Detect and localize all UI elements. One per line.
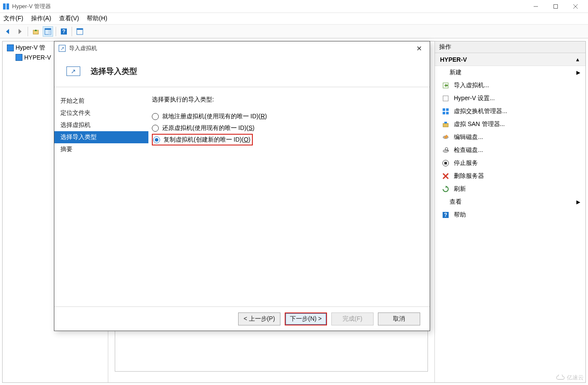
svg-rect-27 (444, 162, 447, 164)
forward-button[interactable] (15, 26, 25, 37)
separator (72, 27, 72, 36)
actions-group-header[interactable]: HYPER-V ▲ (435, 53, 585, 66)
show-hide-button[interactable] (43, 26, 53, 37)
nav-locate[interactable]: 定位文件夹 (54, 107, 148, 119)
window-title: Hyper-V 管理器 (12, 3, 51, 10)
back-button[interactable] (3, 26, 13, 37)
toolbar: ? (0, 24, 588, 38)
dialog-footer: < 上一步(P) 下一步(N) > 完成(F) 取消 (54, 306, 430, 331)
details-button[interactable] (75, 26, 85, 37)
action-vswitch[interactable]: 虚拟交换机管理器... (435, 105, 585, 118)
separator (28, 27, 28, 36)
cloud-icon (556, 375, 565, 381)
content-prompt: 选择要执行的导入类型: (152, 96, 421, 104)
maximize-button[interactable] (546, 0, 566, 13)
nav-before[interactable]: 开始之前 (54, 95, 148, 107)
inspectdisk-icon (442, 146, 450, 154)
label: 导入虚拟机... (454, 82, 489, 89)
action-editdisk[interactable]: 编辑磁盘... (435, 131, 585, 144)
svg-text:?: ? (62, 28, 65, 35)
menu-file[interactable]: 文件(F) (3, 15, 23, 22)
action-stop[interactable]: 停止服务 (435, 157, 585, 170)
cancel-button[interactable]: 取消 (378, 312, 420, 325)
dialog-nav: 开始之前 定位文件夹 选择虚拟机 选择导入类型 摘要 (54, 87, 148, 306)
radio-icon (152, 113, 159, 120)
dialog-icon: ↗ (59, 45, 66, 52)
action-vsan[interactable]: 虚拟 SAN 管理器... (435, 118, 585, 131)
settings-icon (442, 95, 450, 102)
action-help[interactable]: ? 帮助 (435, 208, 585, 221)
label: 检查磁盘... (454, 146, 483, 154)
stop-icon (442, 159, 450, 167)
action-new[interactable]: 新建 ▶ (435, 66, 585, 79)
dialog-banner: ↗ 选择导入类型 (54, 55, 430, 87)
minimize-button[interactable] (526, 0, 546, 13)
svg-rect-13 (77, 28, 83, 30)
svg-rect-3 (554, 4, 558, 8)
svg-rect-19 (446, 112, 449, 114)
radio-restore[interactable]: 还原虚拟机(使用现有的唯一 ID)(S) (152, 122, 421, 134)
tree-root-label: Hyper-V 管 (16, 44, 45, 52)
prev-button[interactable]: < 上一步(P) (238, 312, 280, 325)
titlebar: Hyper-V 管理器 (0, 0, 588, 13)
svg-rect-16 (443, 108, 445, 111)
svg-rect-0 (3, 3, 6, 9)
help-icon: ? (442, 211, 450, 219)
radio-label: 就地注册虚拟机(使用现有的唯一 ID)(R) (162, 113, 267, 120)
dialog-content: 选择要执行的导入类型: 就地注册虚拟机(使用现有的唯一 ID)(R) 还原虚拟机… (148, 87, 430, 306)
watermark-text: 亿速云 (567, 374, 584, 382)
action-remove[interactable]: 删除服务器 (435, 170, 585, 183)
description-box (115, 331, 428, 372)
nav-summary[interactable]: 摘要 (54, 143, 148, 155)
vswitch-icon (442, 107, 450, 115)
nav-selectvm[interactable]: 选择虚拟机 (54, 119, 148, 131)
banner-icon: ↗ (66, 66, 80, 76)
radio-label: 还原虚拟机(使用现有的唯一 ID)(S) (162, 124, 255, 132)
action-settings[interactable]: Hyper-V 设置... (435, 92, 585, 105)
collapse-icon: ▲ (575, 57, 580, 63)
refresh-icon (442, 185, 450, 193)
radio-register[interactable]: 就地注册虚拟机(使用现有的唯一 ID)(R) (152, 110, 421, 122)
label: 停止服务 (454, 159, 478, 167)
radio-copy[interactable]: 复制虚拟机(创建新的唯一 ID)(O) (152, 134, 253, 145)
remove-icon (442, 172, 450, 180)
submenu-arrow-icon: ▶ (576, 69, 580, 76)
watermark: 亿速云 (556, 374, 584, 382)
label: 刷新 (454, 185, 466, 193)
label: 新建 (450, 69, 462, 76)
server-icon (16, 54, 22, 61)
action-refresh[interactable]: 刷新 (435, 183, 585, 196)
finish-button: 完成(F) (331, 312, 374, 325)
menu-help[interactable]: 帮助(H) (87, 15, 107, 22)
dialog-close-button[interactable]: ✕ (413, 43, 425, 54)
svg-rect-18 (443, 112, 445, 114)
menubar: 文件(F) 操作(A) 查看(V) 帮助(H) (0, 13, 588, 24)
svg-rect-1 (6, 3, 9, 9)
svg-rect-15 (443, 96, 448, 101)
radio-icon (152, 125, 159, 132)
close-button[interactable] (566, 0, 585, 13)
menu-action[interactable]: 操作(A) (31, 15, 51, 22)
next-button[interactable]: 下一步(N) > (285, 312, 327, 325)
label: 查看 (450, 198, 462, 206)
svg-rect-21 (444, 122, 447, 123)
tree-child-label: HYPER-V (24, 54, 51, 61)
app-icon (3, 3, 9, 10)
import-icon (442, 82, 450, 89)
nav-importtype[interactable]: 选择导入类型 (54, 131, 148, 143)
actions-header: 操作 (435, 41, 585, 53)
label: 虚拟交换机管理器... (454, 107, 507, 115)
radio-icon (153, 136, 160, 143)
svg-text:?: ? (444, 212, 447, 218)
dialog-title: 导入虚拟机 (69, 44, 97, 52)
menu-view[interactable]: 查看(V) (59, 15, 79, 22)
label: 删除服务器 (454, 172, 484, 180)
actions-pane: 操作 HYPER-V ▲ 新建 ▶ 导入虚拟机... Hyper-V 设置...… (434, 41, 585, 382)
svg-rect-9 (48, 30, 51, 35)
help-button[interactable]: ? (59, 26, 69, 37)
action-view[interactable]: 查看 ▶ (435, 196, 585, 208)
up-button[interactable] (31, 26, 41, 37)
action-inspectdisk[interactable]: 检查磁盘... (435, 144, 585, 157)
action-import[interactable]: 导入虚拟机... (435, 79, 585, 92)
svg-rect-8 (45, 28, 51, 30)
